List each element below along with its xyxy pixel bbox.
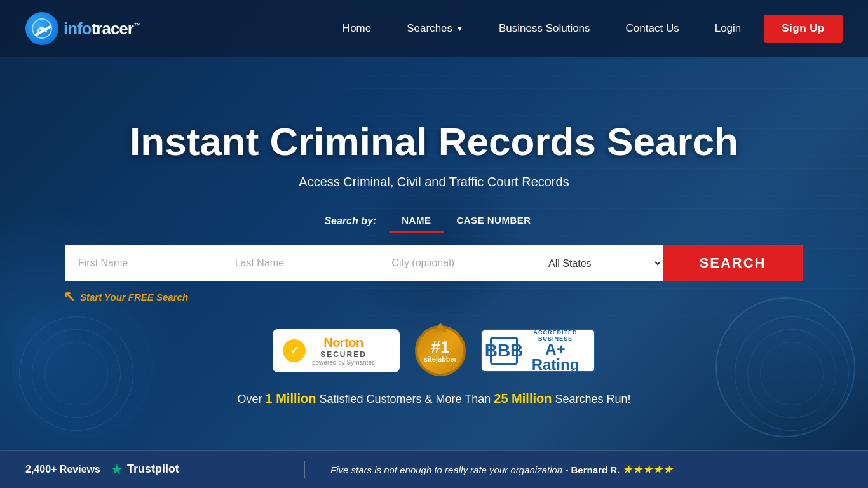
bbb-logo-text: BBB: [490, 337, 518, 365]
free-search-hint: ↖ Start Your FREE Search: [64, 288, 868, 305]
bbb-rating-text: A+ Rating: [524, 342, 587, 372]
stats-text-2-val: Satisfied Customers & More Than: [320, 393, 491, 405]
bbb-badge: BBB ACCREDITED BUSINESS A+ Rating: [481, 329, 595, 372]
norton-secured-text: SECURED: [312, 350, 375, 359]
trustpilot-star-icon: ★: [111, 461, 123, 478]
stats-25m: 25 Million: [494, 391, 552, 405]
stats-text-3: Searches Run!: [555, 393, 630, 405]
quote-text: Five stars is not enough to really rate …: [330, 464, 568, 475]
hero-title: Instant Criminal Records Search: [0, 120, 868, 163]
norton-powered-text: powered by Symantec: [312, 359, 375, 366]
logo-text-1: info: [64, 19, 92, 38]
free-search-text: Start Your FREE Search: [80, 292, 188, 302]
searches-chevron-icon: ▼: [456, 25, 463, 32]
signup-button[interactable]: Sign Up: [764, 15, 843, 43]
norton-badge: ✓ Norton SECURED powered by Symantec: [273, 329, 400, 372]
arrow-icon: ↖: [64, 288, 75, 305]
tab-case-number[interactable]: CASE NUMBER: [444, 210, 543, 233]
logo-text-2: tracer: [92, 19, 133, 38]
search-tabs: Search by: NAME CASE NUMBER: [0, 210, 868, 233]
navbar: infotracer™ Home Searches ▼ Business Sol…: [0, 0, 868, 57]
trustpilot-quote: Five stars is not enough to really rate …: [305, 463, 868, 477]
trustpilot-logo[interactable]: ★ Trustpilot: [111, 461, 179, 478]
last-name-input[interactable]: [222, 245, 379, 281]
search-button[interactable]: SEARCH: [663, 245, 803, 281]
bbb-accredited-text: ACCREDITED BUSINESS: [524, 329, 587, 342]
trustpilot-name: Trustpilot: [127, 463, 179, 476]
first-name-input[interactable]: [65, 245, 222, 281]
stats-text-1: Over: [237, 393, 262, 405]
logo-tm: ™: [133, 21, 140, 30]
sitejabber-label: sitejabber: [424, 355, 457, 363]
sitejabber-rank: #1: [431, 339, 450, 355]
stats-row: Over 1 Million Satisfied Customers & Mor…: [0, 391, 868, 406]
svg-point-1: [40, 27, 44, 30]
hero-subtitle: Access Criminal, Civil and Traffic Court…: [0, 175, 868, 189]
search-by-label: Search by:: [324, 215, 376, 227]
norton-logo-text: Norton: [312, 336, 375, 350]
norton-check-icon: ✓: [283, 339, 306, 362]
trustpilot-left: 2,400+ Reviews ★ Trustpilot: [0, 461, 305, 478]
quote-author: Bernard R.: [571, 464, 620, 475]
stats-1m-label: 1 Million: [266, 391, 316, 405]
trustpilot-bar: 2,400+ Reviews ★ Trustpilot Five stars i…: [0, 450, 868, 488]
login-button[interactable]: Login: [697, 0, 759, 57]
reviews-count: 2,400+ Reviews: [25, 464, 100, 475]
tab-name[interactable]: NAME: [389, 210, 444, 233]
logo[interactable]: infotracer™: [25, 12, 140, 45]
nav-contact[interactable]: Contact Us: [608, 0, 697, 57]
nav-home[interactable]: Home: [325, 0, 389, 57]
trust-badges: ✓ Norton SECURED powered by Symantec #1 …: [0, 325, 868, 376]
rating-stars: ★★★★★: [622, 463, 673, 476]
nav-business[interactable]: Business Solutions: [481, 0, 608, 57]
logo-icon: [25, 12, 58, 45]
nav-links: Home Searches ▼ Business Solutions Conta…: [325, 0, 843, 57]
sitejabber-badge: #1 sitejabber: [415, 325, 466, 376]
nav-searches[interactable]: Searches ▼: [389, 0, 481, 57]
state-select[interactable]: All States Alabama Alaska Arizona Arkans…: [536, 245, 663, 281]
search-form: All States Alabama Alaska Arizona Arkans…: [65, 245, 803, 281]
city-input[interactable]: [379, 245, 536, 281]
